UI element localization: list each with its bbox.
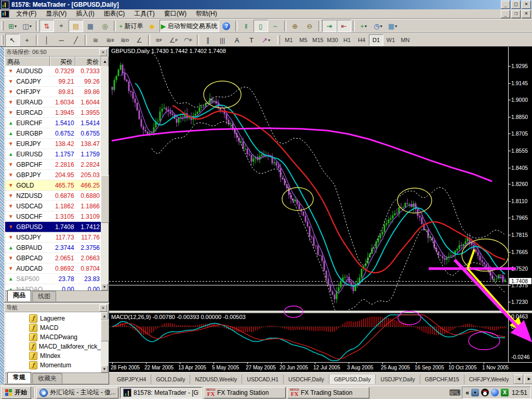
task-button-1[interactable]: 81578: MetaTrader - [GB...	[120, 387, 202, 398]
market-watch-row[interactable]: ▼NZDUSD0.68760.6880	[5, 191, 101, 201]
cycle-lines-button[interactable]: |||	[215, 34, 230, 46]
indicators-button[interactable]: +▾	[356, 20, 371, 32]
maximize-button[interactable]: □	[511, 1, 521, 9]
navigator-item-macd-talkforex-rick-[interactable]: ƒMACD_talkforex_rick_	[5, 342, 101, 351]
equidistant-channel-button[interactable]: ≋	[88, 34, 103, 46]
timeframe-w1-button[interactable]: W1	[383, 34, 398, 46]
mdi-minimize-button[interactable]: _	[501, 10, 510, 18]
timeframe-h4-button[interactable]: H4	[354, 34, 369, 46]
chart-tab-chfjpy-weekly[interactable]: CHFJPY,Weekly	[464, 375, 514, 384]
parallel-lines-button[interactable]: ∥	[201, 34, 215, 46]
chart-bars-button[interactable]: ‖	[239, 20, 254, 32]
scroll-down-icon[interactable]: ▼	[101, 365, 108, 373]
chart-tab-usdchf-daily[interactable]: USDCHF,Daily	[284, 375, 329, 384]
regression-channel-button[interactable]: ≋D	[117, 34, 132, 46]
market-watch-row[interactable]: ▼USDJPY117.73117.76	[5, 232, 101, 243]
task-button-3[interactable]: REFCOFXFX Trading Station	[287, 387, 369, 398]
market-watch-scrollbar[interactable]: ▼	[101, 66, 108, 290]
tabs-scroll-right-icon[interactable]: ►	[524, 375, 532, 384]
keyboard-layout-icon[interactable]: ⌨	[449, 389, 461, 397]
market-watch-row[interactable]: ▼USDCAD1.18621.1866	[5, 201, 101, 211]
navigator-item-mindex[interactable]: ƒMIndex	[5, 351, 101, 361]
toolbar-grip[interactable]	[1, 35, 4, 45]
navigator-item-laguerre[interactable]: ƒLaguerre	[5, 314, 101, 323]
minimize-button[interactable]: _	[501, 1, 510, 9]
market-watch-tab-1[interactable]: 线图	[32, 291, 56, 301]
timeframe-m1-button[interactable]: M1	[282, 34, 296, 46]
market-watch-titlebar[interactable]: 市场报价: 06:50 ×	[5, 48, 109, 57]
text-label-button[interactable]: T	[244, 34, 259, 46]
qq-penguin-icon[interactable]	[481, 389, 489, 396]
metaeditor-button[interactable]: ◆	[145, 20, 159, 32]
zoom-out-button[interactable]: ⊖	[302, 20, 317, 32]
terminal-button[interactable]: ▦	[83, 20, 98, 32]
market-watch-row[interactable]: ▼CHFJPY89.8189.86	[5, 87, 101, 97]
collapse-chevron-icon[interactable]: «	[466, 389, 469, 396]
date-axis[interactable]: 28 Feb 200522 Mar 200513 Apr 20055 May 2…	[109, 362, 532, 372]
chart-tab-usdcad-h1[interactable]: USDCAD,H1	[242, 375, 284, 384]
navigator-item-momentum[interactable]: ƒMomentum	[5, 361, 101, 370]
chart-tab-gbpchf-m15[interactable]: GBPCHF,M15	[420, 375, 464, 384]
navigator-scrollbar[interactable]: ▲▼	[101, 312, 108, 373]
fibo-fan-button[interactable]: ∠F	[166, 34, 181, 46]
timeframe-m15-button[interactable]: M15	[311, 34, 325, 46]
market-watch-row[interactable]: ▲EURGBP0.67520.6755	[5, 128, 101, 139]
price-axis[interactable]: 1.92951.91451.90001.88501.87051.85551.84…	[508, 47, 532, 311]
market-watch-row[interactable]: ▼GBPUSD1.74081.7412	[5, 222, 101, 232]
chart-candles-button[interactable]: ▯	[254, 20, 268, 32]
mdi-close-button[interactable]: ×	[522, 10, 531, 18]
start-button[interactable]: 开始	[1, 387, 31, 399]
toolbar-grip[interactable]	[1, 21, 4, 31]
cursor-button[interactable]: ↖	[5, 34, 20, 46]
macd-indicator-pane[interactable]: MACD(12,26,9) -0.00780 -0.00393 0.00000 …	[109, 313, 508, 362]
market-watch-row[interactable]: ▲GBPAUD2.37442.3756	[5, 243, 101, 253]
market-watch-button[interactable]: ⇅	[39, 20, 54, 32]
chart-tab-gbpjpy-h4[interactable]: GBPJPY,H4	[112, 375, 151, 384]
chart-tab-gold-daily[interactable]: GOLD,Daily	[151, 375, 190, 384]
scroll-up-icon[interactable]: ▲	[101, 57, 109, 66]
chart-tab-usdjpy-daily[interactable]: USDJPY,Daily	[376, 375, 420, 384]
market-watch-row[interactable]: ▼EURAUD1.60341.6044	[5, 97, 101, 108]
chart-mdi-icon[interactable]	[1, 10, 9, 18]
column-header-1[interactable]: 买价	[50, 57, 75, 66]
scroll-thumb[interactable]	[101, 320, 109, 341]
vertical-line-button[interactable]: │	[39, 34, 54, 46]
crosshair-button[interactable]: +	[20, 34, 34, 46]
column-header-2[interactable]: 卖价	[75, 57, 102, 66]
gann-fan-button[interactable]: ∠	[132, 34, 147, 46]
market-watch-row[interactable]: ▼GBPJPY204.95205.03	[5, 170, 101, 180]
strategy-tester-button[interactable]: ◎	[98, 20, 112, 32]
camera-icon[interactable]	[471, 389, 479, 396]
messenger-sphere-icon[interactable]	[491, 389, 499, 396]
new-chart-button[interactable]: ⊞▾	[5, 20, 20, 32]
market-watch-row[interactable]: ▼CADJPY99.2199.26	[5, 76, 101, 87]
timeframe-h1-button[interactable]: H1	[340, 34, 354, 46]
horizontal-line-button[interactable]: ─	[54, 34, 69, 46]
close-button[interactable]: ×	[522, 1, 531, 9]
timeframe-m30-button[interactable]: M30	[325, 34, 340, 46]
task-button-2[interactable]: REFCOFXFX Trading Station	[204, 387, 286, 398]
periods-button[interactable]: ◷▾	[371, 20, 385, 32]
navigator-tab-0[interactable]: 常规	[7, 372, 31, 383]
toolbar-grip[interactable]	[277, 35, 280, 45]
fibo-retracement-button[interactable]: ≡F	[152, 34, 166, 46]
market-watch-row[interactable]: ▼GBPCAD2.06512.0663	[5, 253, 101, 263]
menu-item-0[interactable]: 文件(F)	[11, 9, 41, 19]
market-watch-row[interactable]: ▼AUDCAD0.86920.8704	[5, 263, 101, 274]
text-button[interactable]: A	[230, 34, 244, 46]
new-order-button[interactable]: +新订单	[117, 20, 145, 32]
close-icon[interactable]: ×	[99, 49, 107, 56]
market-watch-tab-0[interactable]: 商品	[7, 290, 31, 301]
navigator-titlebar[interactable]: 导航 ×	[5, 304, 109, 312]
timeframe-m5-button[interactable]: M5	[296, 34, 311, 46]
tabs-scroll-left-icon[interactable]: ◄	[514, 375, 523, 384]
market-watch-row[interactable]: ▲EURUSD1.17571.1759	[5, 149, 101, 159]
expert-advisors-button[interactable]: ▶启动智能交易系统	[159, 20, 219, 32]
market-watch-row[interactable]: ▼GOLD465.75466.25	[5, 180, 101, 191]
stddev-channel-button[interactable]: ≋E	[103, 34, 117, 46]
zoom-in-button[interactable]: ⊕	[288, 20, 302, 32]
profiles-button[interactable]: ◫▾	[20, 20, 34, 32]
trendline-button[interactable]: ╱	[69, 34, 83, 46]
market-watch-row[interactable]: ▲S&P50023.7823.83	[5, 274, 101, 284]
menu-item-6[interactable]: 帮助(H)	[191, 9, 222, 19]
